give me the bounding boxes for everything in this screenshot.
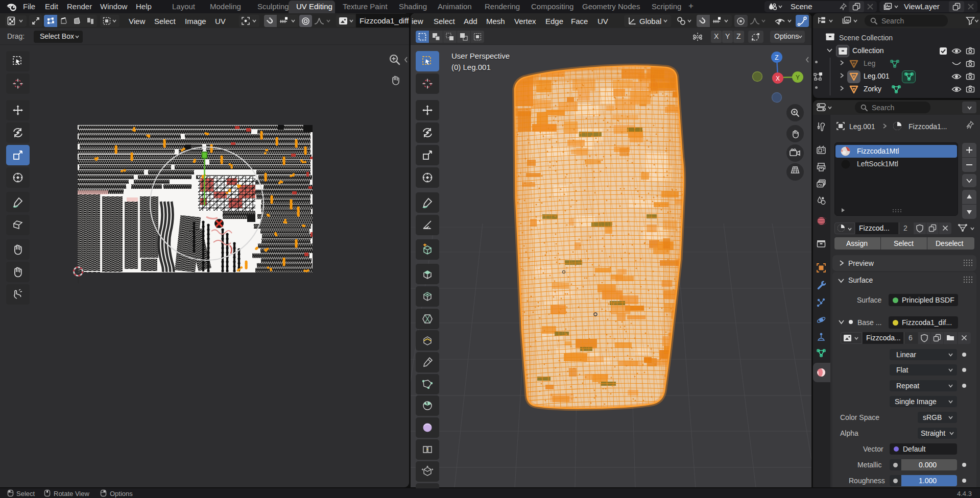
svg-text:Z: Z bbox=[775, 54, 778, 61]
svg-text:X: X bbox=[776, 75, 780, 82]
svg-text:Y: Y bbox=[796, 74, 800, 81]
